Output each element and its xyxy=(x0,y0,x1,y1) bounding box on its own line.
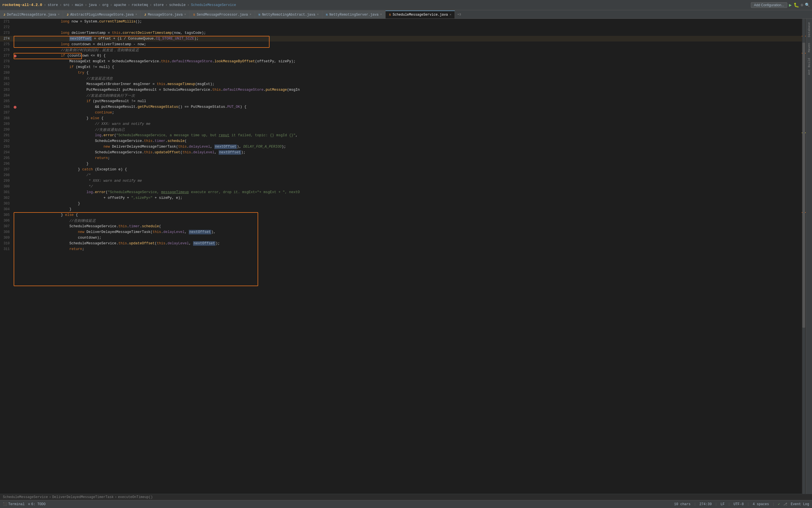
breadcrumb-store2[interactable]: store xyxy=(153,3,164,7)
tab-netty-abstract[interactable]: N NettyRemotingAbstract.java × xyxy=(255,10,322,18)
table-row: 304 } xyxy=(0,207,802,212)
table-row: 305 } else { xyxy=(0,212,802,218)
todo-button[interactable]: ≡ 6: TODO xyxy=(28,502,46,506)
table-row: 275 long countdown = deliverTimestamp - … xyxy=(0,42,802,47)
line-ending[interactable]: LF xyxy=(720,502,724,506)
scala-icon: S xyxy=(193,13,195,16)
sidebar-ant[interactable]: Ant Build xyxy=(807,56,811,77)
add-configuration-button[interactable]: Add Configuration... xyxy=(751,2,787,8)
java-icon: J xyxy=(66,13,69,16)
table-row: 276 //如果倒计时到则回到，就发送，否则继续延迟 xyxy=(0,47,802,53)
table-row: 284 //发送成功则继续执行下一次 xyxy=(0,93,802,98)
table-row: 311 return; xyxy=(0,246,802,252)
right-sidebar: Database Maven Ant Build xyxy=(806,19,812,494)
mini-scrollbar[interactable] xyxy=(802,19,806,494)
table-row: 281 //发送延迟消息 xyxy=(0,76,802,81)
table-row: 277 if (countdown <= 0) { xyxy=(0,53,802,58)
breadcrumb-class-nav: ScheduleMessageService xyxy=(3,495,48,499)
table-row: 293 new DeliverDelayedMessageTimerTask(t… xyxy=(0,144,802,150)
breadcrumb-main[interactable]: main xyxy=(75,3,83,7)
encoding[interactable]: UTF-8 xyxy=(733,502,744,506)
file-breadcrumb-bar: ScheduleMessageService › DeliverDelayedM… xyxy=(0,494,812,500)
scroll-thumb[interactable] xyxy=(802,43,805,328)
table-row: 272 xyxy=(0,25,802,30)
table-row: 299 * XXX: warn and notify me xyxy=(0,178,802,184)
table-row: 294 ScheduleMessageService.this.updateOf… xyxy=(0,150,802,155)
table-row: 291 log.error("ScheduleMessageService, a… xyxy=(0,133,802,138)
close-icon[interactable]: × xyxy=(450,13,451,16)
table-row: 300 */ xyxy=(0,184,802,189)
tab-abstract-plugin[interactable]: J AbstractPluginMessageStore.java × xyxy=(63,10,141,18)
terminal-button[interactable]: ⬛ Terminal xyxy=(3,502,25,506)
table-row: 289 // XXX: warn and notify me xyxy=(0,121,802,127)
sidebar-database[interactable]: Database xyxy=(807,20,811,40)
netty-icon: N xyxy=(326,13,328,16)
breadcrumb-java[interactable]: java xyxy=(89,3,97,7)
table-row: 298 /* xyxy=(0,172,802,178)
close-icon[interactable]: × xyxy=(250,13,251,16)
breadcrumb-store[interactable]: store xyxy=(48,3,58,7)
event-log-button[interactable]: Event Log xyxy=(791,502,809,506)
close-icon[interactable]: × xyxy=(135,13,137,16)
java-icon: J xyxy=(3,13,5,16)
table-row: 282 MessageExtBrokerInner msgInner = thi… xyxy=(0,81,802,87)
table-row: 302 + offsetPy + ",sizePy=" + sizePy, e)… xyxy=(0,195,802,201)
netty-icon: N xyxy=(259,13,261,16)
table-row: 286 && putMessageResult.getPutMessageSta… xyxy=(0,104,802,110)
breadcrumb-org[interactable]: org xyxy=(102,3,108,7)
checkmark-icon: ✓ xyxy=(778,502,780,506)
table-row: 297 } catch (Exception e) { xyxy=(0,167,802,172)
tab-netty-server[interactable]: N NettyRemotingServer.java × xyxy=(322,10,386,18)
table-row: 280 try { xyxy=(0,70,802,76)
table-row: 307 ScheduleMessageService.this.timer.sc… xyxy=(0,223,802,229)
tab-send-message-processor[interactable]: S SendMessageProcessor.java × xyxy=(190,10,255,18)
breadcrumb-apache[interactable]: apache xyxy=(114,3,126,7)
close-icon[interactable]: × xyxy=(380,13,382,16)
breadcrumb-src[interactable]: src xyxy=(63,3,70,7)
breadcrumb-schedule[interactable]: schedule xyxy=(169,3,186,7)
table-row: 310 ScheduleMessageService.this.updateOf… xyxy=(0,241,802,246)
top-bar: rocketmq-all-4.2.0 › store › src › main … xyxy=(0,0,812,10)
search-icon[interactable]: 🔍 xyxy=(805,3,810,7)
run-icon[interactable]: ▶ xyxy=(789,2,792,8)
debug-icon[interactable]: 🐛 xyxy=(794,2,799,8)
table-row: 303 } xyxy=(0,201,802,207)
table-row: 283 PutMessageResult putMessageResult = … xyxy=(0,87,802,93)
table-row: 290 //失败就通知自己 xyxy=(0,127,802,133)
table-row: 292 ScheduleMessageService.this.timer.sc… xyxy=(0,138,802,144)
tab-default-message-store[interactable]: J DefaultMessageStore.java × xyxy=(0,10,63,18)
settings-icon[interactable]: ⚙ xyxy=(801,3,803,7)
breadcrumb-rocketmq[interactable]: rocketmq xyxy=(132,3,148,7)
service-icon: S xyxy=(389,13,391,16)
close-icon[interactable]: × xyxy=(58,13,59,16)
table-row: 285 if (putMessageResult != null xyxy=(0,98,802,104)
tab-message-store[interactable]: J MessageStore.java × xyxy=(141,10,190,18)
table-row: 271 long now = System.currentTimeMillis(… xyxy=(0,19,802,25)
breadcrumb-method: executeOnTimeup() xyxy=(118,495,153,499)
scroll-track[interactable] xyxy=(802,19,805,494)
tab-schedule-message-service[interactable]: S ScheduleMessageService.java × xyxy=(386,10,455,18)
status-bar: ⬛ Terminal ≡ 6: TODO 10 chars | 274:39 |… xyxy=(0,500,812,508)
table-row: 295 return; xyxy=(0,155,802,161)
table-row: 301 log.error("ScheduleMessageService, m… xyxy=(0,189,802,195)
table-row: 308 new DeliverDelayedMessageTimerTask(t… xyxy=(0,229,802,235)
table-row: 288 } else { xyxy=(0,116,802,121)
code-editor[interactable]: 271 long now = System.currentTimeMillis(… xyxy=(0,19,802,494)
table-row: 279 if (msgExt != null) { xyxy=(0,64,802,70)
table-row: 309 countdown); xyxy=(0,235,802,241)
git-icon: ⎇ xyxy=(783,502,787,506)
close-icon[interactable]: × xyxy=(317,13,319,16)
indent-setting[interactable]: 4 spaces xyxy=(753,502,769,506)
cursor-position: 274:39 xyxy=(700,502,712,506)
close-icon[interactable]: × xyxy=(184,13,186,16)
table-row: 278 MessageExt msgExt = ScheduleMessageS… xyxy=(0,58,802,64)
app-window: rocketmq-all-4.2.0 › store › src › main … xyxy=(0,0,812,508)
sidebar-maven[interactable]: Maven xyxy=(807,41,811,55)
breadcrumb-class[interactable]: ScheduleMessageService xyxy=(191,3,236,7)
breadcrumb-inner-class: DeliverDelayedMessageTimerTask xyxy=(52,495,114,499)
table-row: 306 //否则继续延迟 xyxy=(0,218,802,223)
char-count: 10 chars xyxy=(674,502,690,506)
table-row: 273 long deliverTimestamp = this.correct… xyxy=(0,30,802,36)
table-row: 274 nextOffset = offset + (i / ConsumeQu… xyxy=(0,36,802,42)
tabs-bar: J DefaultMessageStore.java × J AbstractP… xyxy=(0,10,812,19)
